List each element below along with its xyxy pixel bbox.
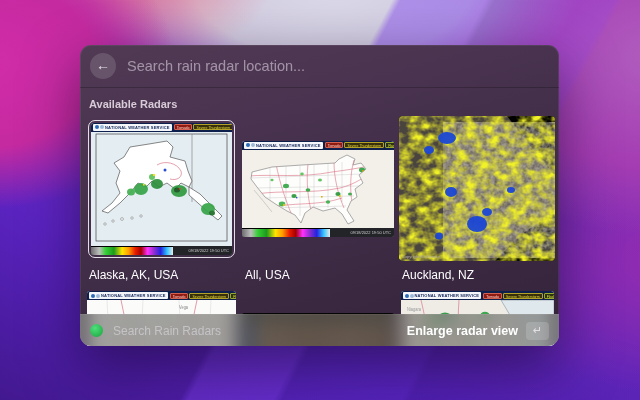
- dbz-color-scale: [242, 228, 330, 237]
- nws-title: NATIONAL WEATHER SERVICE: [101, 293, 166, 298]
- severe-thunderstorm-legend-button[interactable]: Severe Thunderstorm: [189, 293, 229, 299]
- footer-status-text: Search Rain Radars: [113, 324, 221, 338]
- radar-thumb-auckland[interactable]: Copyright MetService: [399, 116, 555, 261]
- nws-header: NATIONAL WEATHER SERVICE Tornado Severe …: [242, 141, 394, 150]
- noaa-logo-icon: [91, 294, 95, 298]
- nws-logo-icon: [251, 143, 255, 147]
- auckland-radar-card: Copyright MetService: [399, 116, 555, 261]
- usa-radar-map: [242, 150, 394, 228]
- noaa-logo-icon: [405, 294, 409, 298]
- enlarge-radar-action[interactable]: Enlarge radar view: [407, 324, 518, 338]
- radar-labels-row: Alaska, AK, USA All, USA Auckland, NZ: [80, 268, 559, 282]
- reflectivity-scale-bar: 09/18/2022 19:50 UTC: [91, 246, 232, 255]
- section-title: Available Radars: [89, 98, 559, 110]
- svg-text:Vega: Vega: [179, 305, 189, 310]
- nws-logo-icon: [410, 294, 414, 298]
- nws-title: NATIONAL WEATHER SERVICE: [256, 143, 321, 148]
- radar-label-all-usa: All, USA: [242, 268, 394, 282]
- radar-label-auckland: Auckland, NZ: [399, 268, 555, 282]
- nws-logo-icon: [100, 125, 104, 129]
- noaa-logo-icon: [95, 125, 99, 129]
- alaska-radar-map: [91, 132, 232, 246]
- nws-logo-icon: [96, 294, 100, 298]
- nws-header: NATIONAL WEATHER SERVICE Tornado Severe …: [87, 291, 236, 300]
- nws-logo-box: NATIONAL WEATHER SERVICE: [244, 142, 323, 149]
- dbz-color-scale: [91, 246, 173, 255]
- nws-logo-box: NATIONAL WEATHER SERVICE: [93, 124, 172, 131]
- radar-thumb-alaska[interactable]: NATIONAL WEATHER SERVICE Tornado Severe …: [86, 116, 237, 261]
- noaa-logo-icon: [246, 143, 250, 147]
- radar-thumb-all-usa[interactable]: NATIONAL WEATHER SERVICE Tornado Severe …: [242, 116, 394, 261]
- tornado-legend-button[interactable]: Tornado: [325, 142, 344, 148]
- svg-text:Niagara: Niagara: [407, 307, 422, 312]
- return-key-icon[interactable]: ↵: [526, 322, 549, 340]
- search-input[interactable]: [127, 58, 549, 74]
- radar-grid-row-1: NATIONAL WEATHER SERVICE Tornado Severe …: [80, 116, 559, 261]
- tornado-legend-button[interactable]: Tornado: [170, 293, 189, 299]
- flash-flood-legend-button[interactable]: Flash Flood: [385, 142, 394, 148]
- severe-thunderstorm-legend-button[interactable]: Severe Thunderstorm: [193, 124, 232, 130]
- radar-timestamp: 09/18/2022 19:50 UTC: [330, 228, 394, 237]
- nws-logo-box: NATIONAL WEATHER SERVICE: [89, 292, 168, 299]
- nws-title: NATIONAL WEATHER SERVICE: [105, 125, 170, 130]
- nws-header: NATIONAL WEATHER SERVICE Tornado Severe …: [401, 291, 554, 300]
- severe-thunderstorm-legend-button[interactable]: Severe Thunderstorm: [503, 293, 543, 299]
- tornado-legend-button[interactable]: Tornado: [174, 124, 193, 130]
- nws-title: NATIONAL WEATHER SERVICE: [415, 293, 480, 298]
- radar-label-alaska: Alaska, AK, USA: [86, 268, 237, 282]
- nws-radar-card-usa: NATIONAL WEATHER SERVICE Tornado Severe …: [242, 141, 394, 237]
- rain-radar-search-window: ← Available Radars NATIONAL WEATHER SERV…: [80, 45, 559, 346]
- back-button[interactable]: ←: [90, 53, 116, 79]
- nws-radar-card-alaska: NATIONAL WEATHER SERVICE Tornado Severe …: [91, 123, 232, 255]
- app-icon-green: [90, 324, 103, 337]
- severe-thunderstorm-legend-button[interactable]: Severe Thunderstorm: [344, 142, 384, 148]
- arrow-left-icon: ←: [96, 57, 110, 73]
- nws-header: NATIONAL WEATHER SERVICE Tornado Severe …: [91, 123, 232, 132]
- nws-logo-box: NATIONAL WEATHER SERVICE: [403, 292, 482, 299]
- selection-ring: NATIONAL WEATHER SERVICE Tornado Severe …: [88, 120, 235, 258]
- search-bar: ←: [80, 45, 559, 88]
- tornado-legend-button[interactable]: Tornado: [483, 293, 502, 299]
- footer-bar: Search Rain Radars Enlarge radar view ↵: [80, 314, 559, 346]
- flash-flood-legend-button[interactable]: Flash Flood: [544, 293, 554, 299]
- reflectivity-scale-bar: 09/18/2022 19:50 UTC: [242, 228, 394, 237]
- copyright-text: Copyright MetService: [402, 254, 440, 259]
- radar-timestamp: 09/18/2022 19:50 UTC: [173, 246, 232, 255]
- auckland-radar-map: [399, 116, 555, 261]
- flash-flood-legend-button[interactable]: Flash Flood: [230, 293, 236, 299]
